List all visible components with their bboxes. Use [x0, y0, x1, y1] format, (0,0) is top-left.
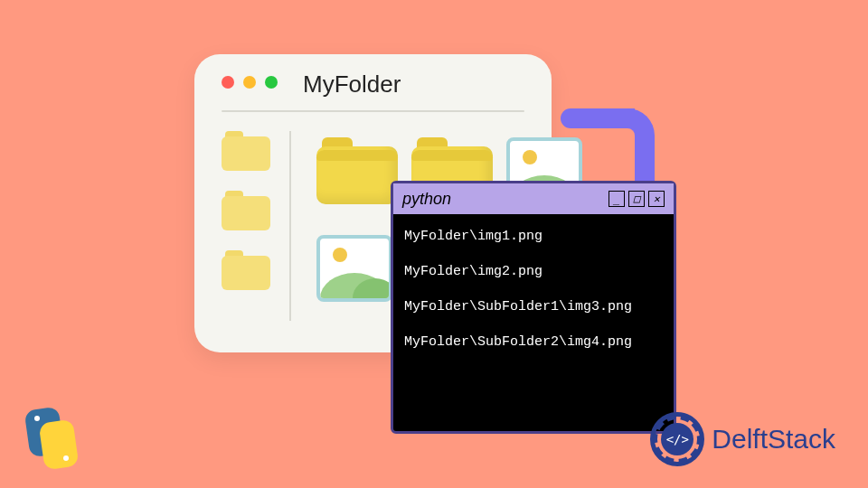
delftstack-text: DelftStack — [712, 424, 835, 455]
python-logo-icon — [20, 407, 83, 470]
window-title: MyFolder — [303, 70, 401, 99]
output-line: MyFolder\SubFolder1\img3.png — [404, 299, 663, 314]
folder-icon[interactable] — [222, 131, 270, 171]
terminal-window: python _ □ ✕ MyFolder\img1.png MyFolder\… — [391, 181, 676, 434]
folder-icon[interactable] — [222, 191, 270, 230]
terminal-titlebar: python _ □ ✕ — [393, 183, 674, 214]
sidebar — [222, 131, 270, 310]
maximize-icon[interactable] — [265, 76, 278, 89]
window-controls: _ □ ✕ — [609, 191, 665, 207]
image-file-icon[interactable] — [316, 235, 392, 302]
divider — [222, 110, 524, 112]
close-icon[interactable]: ✕ — [648, 191, 665, 207]
subfolder-icon[interactable] — [316, 137, 398, 204]
delftstack-logo: </> DelftStack — [650, 412, 835, 466]
output-line: MyFolder\img2.png — [404, 264, 663, 279]
close-icon[interactable] — [222, 76, 234, 89]
minimize-icon[interactable]: _ — [609, 191, 625, 207]
vertical-divider — [289, 131, 291, 321]
folder-icon[interactable] — [222, 250, 270, 290]
minimize-icon[interactable] — [243, 76, 256, 89]
output-line: MyFolder\img1.png — [404, 229, 663, 244]
terminal-title: python — [402, 190, 451, 209]
maximize-icon[interactable]: □ — [628, 191, 645, 207]
output-line: MyFolder\SubFolder2\img4.png — [404, 334, 663, 350]
delftstack-badge-icon: </> — [650, 412, 704, 466]
terminal-output: MyFolder\img1.png MyFolder\img2.png MyFo… — [393, 214, 674, 384]
